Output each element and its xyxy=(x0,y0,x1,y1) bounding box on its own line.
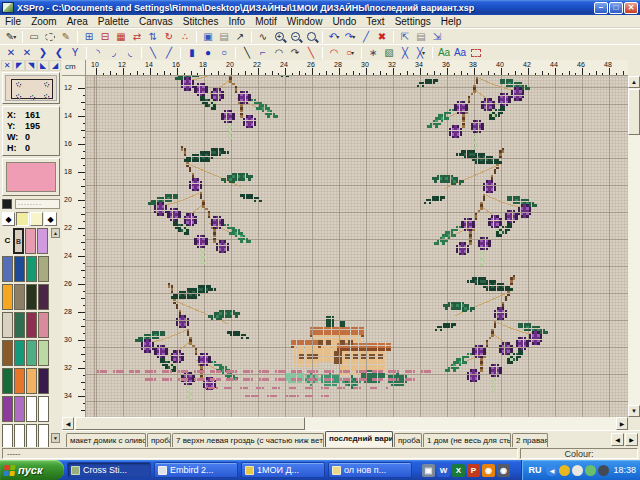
panel-tool-3-button[interactable]: ◥ xyxy=(25,60,37,71)
panel-tool-2-button[interactable]: ◤ xyxy=(13,60,25,71)
dropdown-arrow-icon[interactable]: ▾ xyxy=(352,33,355,40)
scroll-up-button[interactable]: ▲ xyxy=(628,76,640,88)
special-cross-button[interactable]: ╳ xyxy=(397,46,413,60)
zoom-out-button[interactable]: − xyxy=(287,30,303,44)
design-tab-7[interactable]: 2 правая ниж гр xyxy=(512,433,548,447)
half-stitch-forward-button[interactable]: ╱ xyxy=(161,46,177,60)
backstitch-black-button[interactable]: ╲ xyxy=(239,46,255,60)
maximize-button[interactable]: □ xyxy=(609,2,623,14)
bead-large-button[interactable]: ● xyxy=(200,46,216,60)
palette-scroll-down[interactable]: ▼ xyxy=(51,433,60,443)
menu-undo[interactable]: Undo xyxy=(327,16,361,27)
palette-color-swatch[interactable] xyxy=(14,256,25,282)
word-icon[interactable]: W xyxy=(437,464,450,477)
backstitch-red-button[interactable]: ╲ xyxy=(303,46,319,60)
text-tool-green-button[interactable]: Aa xyxy=(436,46,452,60)
palette-color-swatch[interactable] xyxy=(2,284,13,310)
select-marquee-button[interactable] xyxy=(468,46,484,60)
select-rect-button[interactable]: ▭ xyxy=(26,30,42,44)
motif-copy-button[interactable]: ⊞ xyxy=(81,30,97,44)
import-page-button[interactable]: ⇱ xyxy=(397,30,413,44)
loop-stitch-button[interactable]: ↷ xyxy=(287,46,303,60)
panel-tool-4-button[interactable]: ◣ xyxy=(37,60,49,71)
panel-tool-5-button[interactable]: ◢ xyxy=(49,60,61,71)
design-tab-5[interactable]: проба 2 xyxy=(394,433,422,447)
export-page-button[interactable]: ⇲ xyxy=(429,30,445,44)
curve-red-button[interactable]: ◠ xyxy=(326,46,342,60)
design-canvas[interactable] xyxy=(86,76,628,417)
app-icon-orange[interactable]: ◉ xyxy=(482,464,495,477)
straight-stitch-button[interactable]: ▮ xyxy=(184,46,200,60)
tray-icon-app1[interactable] xyxy=(572,465,583,476)
scroll-left-button[interactable]: ◀ xyxy=(62,417,74,430)
half-stitch-back-button[interactable]: ╲ xyxy=(145,46,161,60)
rotate-button[interactable]: ↻ xyxy=(161,30,177,44)
vertical-scrollbar[interactable]: ▲ ▼ xyxy=(628,76,640,417)
task-button-3[interactable]: 1МОИ Д... xyxy=(241,462,325,478)
motif-paste-button[interactable]: ⊟ xyxy=(97,30,113,44)
full-cross-stitch-button[interactable]: ✕ xyxy=(3,46,19,60)
app-icon-gray[interactable]: ◉ xyxy=(497,464,510,477)
symbol-diamond-2-button[interactable]: ◆ xyxy=(44,212,57,226)
quarter-stitch-3-button[interactable]: ◟ xyxy=(122,46,138,60)
menu-area[interactable]: Area xyxy=(62,16,93,27)
palette-scroll-up[interactable]: ▲ xyxy=(51,228,60,238)
redo-button[interactable]: ↷▾ xyxy=(342,30,358,44)
task-button-4[interactable]: ол нов п... xyxy=(328,462,412,478)
menu-palette[interactable]: Palette xyxy=(93,16,134,27)
task-button-1[interactable]: Cross Sti... xyxy=(67,462,151,478)
dropdown-arrow-icon[interactable]: ▾ xyxy=(351,49,354,56)
draw-line-button[interactable]: ╱ xyxy=(358,30,374,44)
tray-icon-coin[interactable] xyxy=(559,465,570,476)
scroll-down-button[interactable]: ▼ xyxy=(628,405,640,417)
design-tab-3[interactable]: 7 верхн левая гроздь (с частью ниж ветки… xyxy=(172,433,324,447)
edit-pen-button[interactable]: ✎ xyxy=(58,30,74,44)
palette-color-swatch[interactable] xyxy=(14,312,25,338)
design-tab-1[interactable]: макет домик с оливочками xyxy=(66,433,146,447)
circle-red-button[interactable]: ○▾ xyxy=(342,46,358,60)
palette-color-swatch[interactable] xyxy=(26,396,37,422)
preview-monitor-button[interactable]: ▣ xyxy=(200,30,216,44)
zoom-in-button[interactable]: + xyxy=(271,30,287,44)
palette-color-swatch[interactable] xyxy=(2,256,13,282)
flip-horizontal-button[interactable]: ⇄ xyxy=(129,30,145,44)
symbol-yellow-button[interactable] xyxy=(30,212,43,226)
hide-icons-chevron[interactable]: ◀ xyxy=(546,465,557,476)
current-color-swatch[interactable] xyxy=(6,162,56,192)
floss-thread-button[interactable]: ∿ xyxy=(255,30,271,44)
palette-color-swatch[interactable] xyxy=(38,312,49,338)
three-quarter-right-stitch-button[interactable]: ❯ xyxy=(35,46,51,60)
palette-color-swatch[interactable] xyxy=(26,368,37,394)
menu-canvas[interactable]: Canvas xyxy=(134,16,178,27)
dropdown-arrow-icon[interactable]: ▾ xyxy=(13,33,16,40)
close-button[interactable]: ✕ xyxy=(624,2,638,14)
menu-motif[interactable]: Motif xyxy=(250,16,282,27)
task-button-2[interactable]: Embird 2... xyxy=(154,462,238,478)
tray-icon-app2[interactable] xyxy=(585,465,596,476)
palette-color-swatch[interactable] xyxy=(38,256,49,282)
horizontal-scrollbar[interactable]: ◀ ▶ xyxy=(62,417,628,430)
design-preview[interactable] xyxy=(2,72,60,104)
y-stitch-button[interactable]: Y xyxy=(67,46,83,60)
scroll-right-button[interactable]: ▶ xyxy=(616,417,628,430)
palette-color-swatch[interactable] xyxy=(2,312,13,338)
tab-scroll-left[interactable]: ◀ xyxy=(611,433,624,446)
select-lasso-button[interactable] xyxy=(42,30,58,44)
palette-color-swatch[interactable] xyxy=(26,256,37,282)
palette-color-swatch[interactable] xyxy=(38,340,49,366)
app-icon-red[interactable]: P xyxy=(467,464,480,477)
palette-color-swatch[interactable] xyxy=(14,284,25,310)
horizontal-scroll-thumb[interactable] xyxy=(75,417,305,430)
palette-color-swatch[interactable] xyxy=(2,368,13,394)
palette-color-swatch[interactable] xyxy=(26,284,37,310)
palette-color-swatch[interactable] xyxy=(26,312,37,338)
zoom-reset-button[interactable] xyxy=(303,30,319,44)
tab-scroll-right[interactable]: ▶ xyxy=(625,433,638,446)
quarter-stitch-1-button[interactable]: ◝ xyxy=(90,46,106,60)
black-swatch[interactable] xyxy=(2,199,12,209)
delete-stitch-button[interactable]: ✖ xyxy=(374,30,390,44)
design-tab-6[interactable]: 1 дом (не весь для стыковки) xyxy=(423,433,511,447)
page-button[interactable]: ▤ xyxy=(413,30,429,44)
palette-color-swatch[interactable] xyxy=(14,368,25,394)
motif-stamp-button[interactable]: ▦ xyxy=(113,30,129,44)
